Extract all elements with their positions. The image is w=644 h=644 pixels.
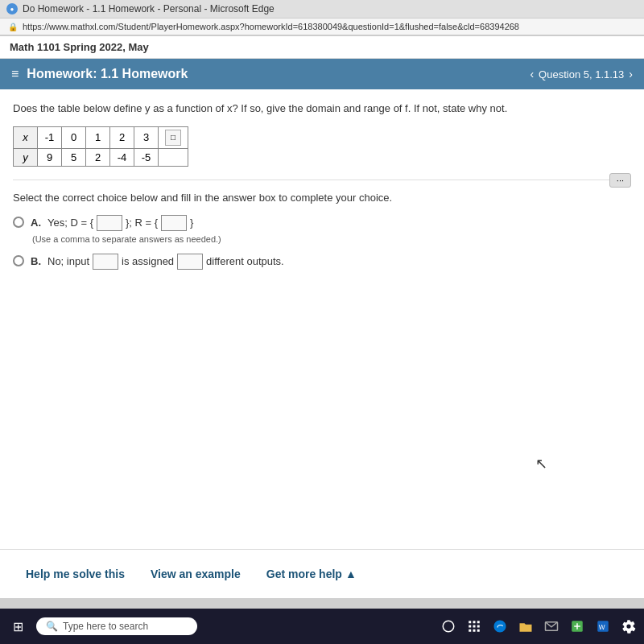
question-text: Does the table below define y as a funct… xyxy=(13,101,631,117)
option-b-input2[interactable] xyxy=(177,254,203,270)
svg-text:W: W xyxy=(599,624,605,631)
option-a-input-r[interactable] xyxy=(161,215,187,231)
get-more-help-arrow: ▲ xyxy=(345,568,357,580)
page-header-text: Math 1101 Spring 2022, May xyxy=(10,41,149,53)
svg-rect-4 xyxy=(469,625,471,628)
start-button[interactable]: ⊞ xyxy=(6,616,30,638)
svg-rect-1 xyxy=(469,621,471,623)
taskbar-icon-grid[interactable] xyxy=(465,617,483,635)
title-bar: ● Do Homework - 1.1 Homework - Personal … xyxy=(0,0,644,18)
taskbar-search[interactable]: 🔍 Type here to search xyxy=(36,617,197,635)
homework-header: ≡ Homework: 1.1 Homework ‹ Question 5, 1… xyxy=(0,59,644,89)
taskbar-icon-blue-app[interactable]: W xyxy=(594,617,612,635)
get-more-help-label: Get more help xyxy=(266,568,342,580)
svg-rect-3 xyxy=(477,621,480,623)
option-a-container: A. Yes; D = { }; R = { } (Use a comma to… xyxy=(13,215,631,244)
table-expand-btn[interactable]: □ xyxy=(159,126,188,148)
more-options-btn[interactable]: ··· xyxy=(609,173,631,188)
table-y-label: y xyxy=(14,148,38,166)
taskbar-icon-mail[interactable] xyxy=(543,617,560,635)
select-instruction: Select the correct choice below and fill… xyxy=(13,192,631,204)
svg-rect-8 xyxy=(473,630,476,632)
search-icon: 🔍 xyxy=(46,621,58,632)
help-solve-btn[interactable]: Help me solve this xyxy=(13,561,138,587)
hw-title-bold: 1.1 Homework xyxy=(101,67,188,80)
lock-icon: 🔒 xyxy=(8,23,18,31)
option-b-text3: different outputs. xyxy=(206,255,284,267)
question-area: Does the table below define y as a funct… xyxy=(0,89,644,549)
favicon: ● xyxy=(6,3,18,14)
svg-rect-6 xyxy=(477,625,480,628)
option-a-text-before-d: Yes; D = { xyxy=(47,217,93,229)
taskbar-icon-folder[interactable] xyxy=(517,617,535,635)
hw-title-prefix: Homework: xyxy=(27,67,101,80)
option-b-input1[interactable] xyxy=(93,254,118,270)
option-a-input-d[interactable] xyxy=(97,215,122,231)
table-x-val-0: -1 xyxy=(38,126,62,148)
option-a-radio[interactable] xyxy=(13,217,24,228)
option-a-content: A. Yes; D = { }; R = { } (Use a comma to… xyxy=(31,215,221,244)
option-b-text1: No; input xyxy=(47,255,89,267)
option-b-content: B. No; input is assigned different outpu… xyxy=(31,254,284,270)
menu-icon[interactable]: ≡ xyxy=(11,67,19,81)
taskbar-icon-circle[interactable] xyxy=(440,617,457,635)
hw-header-left: ≡ Homework: 1.1 Homework xyxy=(11,67,188,81)
option-a-text-between: }; R = { xyxy=(126,217,158,229)
table-empty-cell xyxy=(159,148,188,166)
option-b-container: B. No; input is assigned different outpu… xyxy=(13,254,631,270)
taskbar-icon-green[interactable] xyxy=(568,617,586,635)
hw-title: Homework: 1.1 Homework xyxy=(27,67,188,81)
table-y-val-1: 5 xyxy=(62,148,86,166)
option-b-text2: is assigned xyxy=(122,255,174,267)
table-y-val-0: 9 xyxy=(38,148,62,166)
table-x-val-3: 2 xyxy=(110,126,134,148)
svg-point-0 xyxy=(443,621,454,632)
table-y-val-2: 2 xyxy=(86,148,110,166)
divider xyxy=(13,180,609,180)
view-example-btn[interactable]: View an example xyxy=(138,561,254,587)
browser-chrome: ● Do Homework - 1.1 Homework - Personal … xyxy=(0,0,644,36)
footer-buttons: Help me solve this View an example Get m… xyxy=(0,549,644,598)
settings-icon[interactable] xyxy=(620,617,638,635)
table-y-val-4: -5 xyxy=(134,148,159,166)
page-header: Math 1101 Spring 2022, May xyxy=(0,36,644,59)
data-table: x -1 0 1 2 3 □ y 9 5 2 -4 -5 xyxy=(13,126,188,167)
taskbar-icon-edge[interactable] xyxy=(491,617,509,635)
table-x-val-1: 0 xyxy=(62,126,86,148)
address-bar[interactable]: 🔒 https://www.mathxl.com/Student/PlayerH… xyxy=(0,18,644,35)
option-a-hint-line: (Use a comma to separate answers as need… xyxy=(31,234,221,244)
url-text: https://www.mathxl.com/Student/PlayerHom… xyxy=(23,22,519,31)
option-b-line: B. No; input is assigned different outpu… xyxy=(31,254,284,270)
svg-rect-9 xyxy=(477,630,480,632)
browser-title: Do Homework - 1.1 Homework - Personal - … xyxy=(23,3,275,14)
table-x-label: x xyxy=(14,126,38,148)
option-a-line: A. Yes; D = { }; R = { } xyxy=(31,215,221,231)
question-label: Question 5, 1.1.13 xyxy=(539,68,624,80)
nav-next-arrow[interactable]: › xyxy=(629,68,633,80)
nav-prev-arrow[interactable]: ‹ xyxy=(530,68,534,80)
option-a-label: A. xyxy=(31,217,41,229)
option-b-radio[interactable] xyxy=(13,255,24,266)
table-x-val-2: 1 xyxy=(86,126,110,148)
taskbar-icons: W xyxy=(440,617,638,635)
svg-rect-5 xyxy=(473,625,476,628)
svg-rect-7 xyxy=(469,630,471,632)
option-b-label: B. xyxy=(31,255,41,267)
table-y-val-3: -4 xyxy=(110,148,134,166)
svg-rect-2 xyxy=(473,621,476,623)
option-a-hint: (Use a comma to separate answers as need… xyxy=(32,234,221,244)
taskbar: ⊞ 🔍 Type here to search xyxy=(0,609,644,644)
main-content: ≡ Homework: 1.1 Homework ‹ Question 5, 1… xyxy=(0,59,644,598)
table-x-val-4: 3 xyxy=(134,126,159,148)
option-a-text-after: } xyxy=(190,217,193,229)
question-nav: ‹ Question 5, 1.1.13 › xyxy=(530,68,633,80)
search-placeholder: Type here to search xyxy=(63,621,148,632)
get-more-help-btn[interactable]: Get more help ▲ xyxy=(254,561,369,587)
